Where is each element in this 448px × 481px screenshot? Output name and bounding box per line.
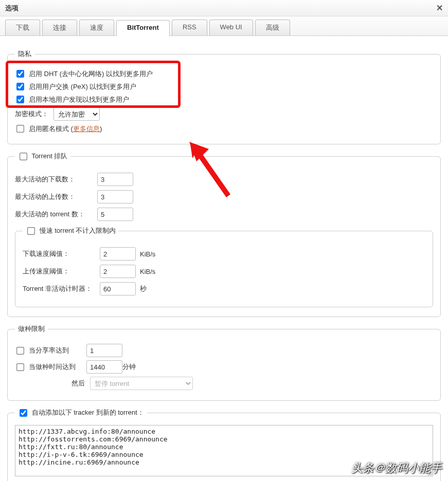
ratio-row: 当分享率达到 [15, 344, 433, 357]
queue-legend-text: Torrent 排队 [31, 152, 67, 160]
queue-enable-checkbox[interactable] [20, 153, 27, 160]
trackers-enable-checkbox[interactable] [20, 409, 27, 417]
tabs-bar: 下载连接速度BitTorrentRSSWeb UI高级 [0, 16, 448, 36]
content-area: 隐私 启用 DHT (去中心化网络) 以找到更多用户 启用用户交换 (PeX) … [0, 36, 448, 481]
queue-legend: Torrent 排队 [15, 152, 70, 161]
then-select[interactable]: 暂停 torrent [90, 377, 193, 390]
pex-row: 启用用户交换 (PeX) 以找到更多用户 [15, 82, 433, 91]
tab-4[interactable]: RSS [172, 20, 207, 35]
seeding-legend: 做种限制 [15, 324, 48, 334]
max-dl-row: 最大活动的下载数： [15, 173, 433, 186]
dialog-title: 选项 [5, 4, 19, 13]
lsd-checkbox[interactable] [16, 96, 24, 103]
seeding-group: 做种限制 当分享率达到 当做种时间达到 分钟 然后 暂停 torrent [7, 324, 441, 401]
slow-legend: 慢速 torrent 不计入限制内 [23, 226, 119, 236]
tab-1[interactable]: 连接 [42, 20, 77, 35]
seedtime-unit: 分钟 [122, 362, 136, 372]
anon-row: 启用匿名模式 (更多信息) [15, 124, 433, 134]
slow-ul-label: 上传速度阈值： [23, 267, 100, 276]
ratio-input[interactable] [86, 344, 122, 357]
lsd-label: 启用本地用户发现以找到更多用户 [29, 95, 129, 104]
max-dl-input[interactable] [97, 173, 133, 186]
slow-timer-unit: 秒 [140, 284, 147, 293]
lsd-row: 启用本地用户发现以找到更多用户 [15, 95, 433, 104]
slow-ul-unit: KiB/s [140, 268, 155, 275]
max-active-input[interactable] [97, 208, 133, 221]
seedtime-input[interactable] [86, 360, 122, 374]
seedtime-row: 当做种时间达到 分钟 [15, 360, 433, 374]
encryption-select[interactable]: 允许加密 [53, 107, 100, 121]
anon-more-info-link[interactable]: 更多信息 [73, 124, 100, 134]
ratio-label: 当分享率达到 [29, 346, 86, 355]
dialog-header: 选项 ✕ [0, 0, 448, 16]
tab-0[interactable]: 下载 [5, 20, 40, 35]
pex-checkbox[interactable] [16, 83, 24, 90]
tab-6[interactable]: 高级 [255, 20, 290, 35]
max-active-row: 最大活动的 torrent 数： [15, 208, 433, 221]
encryption-row: 加密模式： 允许加密 [15, 107, 433, 121]
max-active-label: 最大活动的 torrent 数： [15, 210, 97, 219]
max-ul-label: 最大活动的上传数： [15, 192, 97, 201]
dht-checkbox[interactable] [16, 70, 24, 78]
anon-label-pre: 启用匿名模式 ( [29, 124, 73, 134]
dht-label: 启用 DHT (去中心化网络) 以找到更多用户 [29, 69, 153, 79]
trackers-legend-text: 自动添加以下 tracker 到新的 torrent： [32, 409, 144, 416]
slow-ul-input[interactable] [100, 265, 136, 278]
privacy-group: 隐私 启用 DHT (去中心化网络) 以找到更多用户 启用用户交换 (PeX) … [7, 49, 441, 144]
slow-dl-input[interactable] [100, 247, 136, 261]
slow-timer-input[interactable] [100, 282, 136, 295]
max-ul-input[interactable] [97, 190, 133, 203]
slow-timer-label: Torrent 非活动计时器： [23, 284, 100, 293]
watermark-text: 头条＠数码小能手 [351, 460, 442, 476]
slow-timer-row: Torrent 非活动计时器： 秒 [23, 282, 425, 295]
slow-legend-text: 慢速 torrent 不计入限制内 [40, 227, 116, 234]
slow-dl-unit: KiB/s [140, 250, 155, 258]
max-dl-label: 最大活动的下载数： [15, 175, 97, 184]
trackers-legend: 自动添加以下 tracker 到新的 torrent： [15, 408, 147, 418]
pex-label: 启用用户交换 (PeX) 以找到更多用户 [29, 82, 136, 91]
max-ul-row: 最大活动的上传数： [15, 190, 433, 203]
tab-2[interactable]: 速度 [79, 20, 114, 35]
then-label: 然后 [71, 379, 85, 388]
seedtime-label: 当做种时间达到 [29, 362, 86, 372]
anon-checkbox[interactable] [16, 125, 24, 133]
encryption-label: 加密模式： [15, 109, 48, 119]
slow-group: 慢速 torrent 不计入限制内 下载速度阈值： KiB/s 上传速度阈值： … [15, 226, 433, 307]
seedtime-checkbox[interactable] [16, 363, 24, 371]
close-icon[interactable]: ✕ [436, 3, 443, 13]
queue-group: Torrent 排队 最大活动的下载数： 最大活动的上传数： 最大活动的 tor… [7, 152, 441, 317]
privacy-legend: 隐私 [15, 49, 34, 59]
slow-ul-row: 上传速度阈值： KiB/s [23, 265, 425, 278]
slow-dl-label: 下载速度阈值： [23, 249, 100, 258]
slow-enable-checkbox[interactable] [27, 227, 35, 235]
dht-row: 启用 DHT (去中心化网络) 以找到更多用户 [15, 69, 433, 79]
tab-3[interactable]: BitTorrent [116, 20, 170, 36]
slow-dl-row: 下载速度阈值： KiB/s [23, 247, 425, 261]
tab-5[interactable]: Web UI [209, 20, 253, 35]
ratio-checkbox[interactable] [16, 347, 24, 355]
anon-label-post: ) [100, 125, 102, 133]
then-row: 然后 暂停 torrent [71, 377, 433, 390]
